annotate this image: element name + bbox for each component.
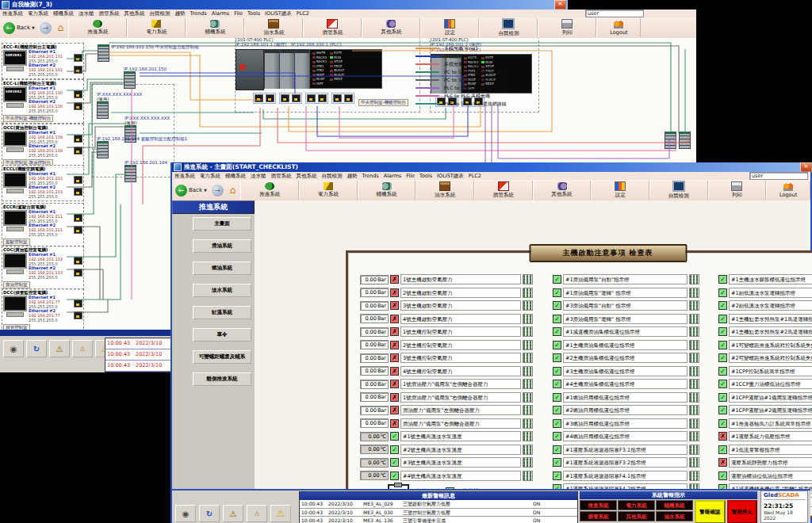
system-warning-button[interactable]: [223, 505, 243, 522]
trend-chart-button[interactable]: [689, 353, 699, 363]
forward-button[interactable]: →: [212, 185, 224, 197]
toolbar-nav-button[interactable]: 電力系統: [127, 18, 186, 37]
logout-button[interactable]: Logout: [766, 181, 810, 200]
menu-item[interactable]: PLC2: [466, 173, 484, 179]
home-icon[interactable]: ⌂: [58, 22, 64, 33]
alarm-reset-button[interactable]: [199, 505, 220, 522]
sidebar-item[interactable]: 艏側推進系統: [193, 372, 251, 386]
trend-chart-button[interactable]: [523, 300, 533, 311]
menu-item[interactable]: Tools: [245, 10, 262, 17]
toolbar-nav-button[interactable]: 推進系統: [240, 181, 299, 200]
back-dropdown-icon[interactable]: ▼: [204, 188, 207, 193]
trend-chart-button[interactable]: [689, 405, 699, 415]
menu-item[interactable]: 損管系統: [97, 10, 122, 17]
trend-chart-button[interactable]: [523, 379, 533, 389]
trend-chart-button[interactable]: [523, 471, 533, 481]
menu-item[interactable]: File: [404, 173, 417, 179]
trend-chart-button[interactable]: [689, 379, 699, 389]
back-dropdown-icon[interactable]: ▼: [32, 25, 35, 30]
menu-item[interactable]: IOLIST總表: [435, 173, 466, 180]
trend-chart-button[interactable]: [689, 366, 699, 376]
toolbar-nav-button[interactable]: 損管系統: [474, 181, 533, 200]
trend-chart-button[interactable]: [523, 405, 533, 415]
alarm-stop-button[interactable]: 警報停止: [727, 500, 758, 523]
menu-item[interactable]: 電力系統: [197, 173, 223, 180]
trend-chart-button[interactable]: [523, 418, 533, 429]
menu-item[interactable]: File: [232, 10, 245, 17]
menu-item[interactable]: 其他系統: [294, 173, 320, 180]
trend-chart-button[interactable]: [689, 457, 699, 468]
logout-button[interactable]: Logout: [596, 18, 641, 37]
forward-button[interactable]: →: [40, 22, 52, 34]
toolbar-nav-button[interactable]: 其他系統: [362, 18, 420, 37]
trend-chart-button[interactable]: [689, 300, 699, 311]
menu-item[interactable]: Alarms: [209, 10, 232, 17]
trend-chart-button[interactable]: [523, 326, 533, 337]
trend-chart-button[interactable]: [523, 340, 533, 350]
menu-item[interactable]: IOLIST總表: [262, 10, 294, 17]
home-icon[interactable]: ⌂: [230, 185, 236, 196]
toolbar-nav-button[interactable]: 輔機系統: [186, 18, 244, 37]
menu-item[interactable]: 其他系統: [122, 10, 147, 17]
trend-chart-button[interactable]: [689, 471, 699, 481]
menu-item[interactable]: 趨勢: [345, 173, 360, 180]
menu-item[interactable]: 趨勢: [173, 10, 188, 17]
toolbar-nav-button[interactable]: 油水系統: [416, 181, 474, 200]
menu-item[interactable]: Trends: [360, 173, 381, 179]
toolbar-nav-button[interactable]: 自我檢測: [649, 181, 708, 200]
mute-button[interactable]: [3, 340, 24, 357]
trend-chart-button[interactable]: [523, 314, 533, 324]
toolbar-nav-button[interactable]: 自我檢測: [479, 18, 538, 37]
report-warning-button[interactable]: [247, 505, 267, 522]
toolbar-nav-button[interactable]: 設定: [420, 18, 479, 37]
front-titlebar[interactable]: 推進系統 - 主畫面(START_CHECKLIST): [172, 162, 812, 172]
trend-chart-button[interactable]: [689, 340, 699, 350]
menu-item[interactable]: 輔機系統: [223, 173, 248, 180]
user-field[interactable]: user: [749, 172, 808, 180]
trend-chart-button[interactable]: [523, 353, 533, 363]
toolbar-nav-button[interactable]: 列印: [708, 181, 767, 200]
back-button[interactable]: ←: [3, 22, 15, 34]
trend-chart-button[interactable]: [523, 392, 533, 403]
alarm-reset-button[interactable]: [26, 340, 47, 357]
user-field[interactable]: user: [585, 10, 644, 17]
close-icon[interactable]: [800, 162, 812, 172]
back-titlebar[interactable]: 自我檢測(7_3): [0, 0, 568, 10]
trend-chart-button[interactable]: [689, 288, 699, 298]
back-button[interactable]: ←: [175, 185, 187, 197]
mute-button[interactable]: [175, 505, 196, 522]
trend-chart-button[interactable]: [523, 457, 533, 468]
sidebar-item[interactable]: 缸溫系統: [193, 306, 251, 319]
trend-chart-button[interactable]: [689, 418, 699, 429]
toolbar-nav-button[interactable]: 其他系統: [533, 181, 592, 200]
sidebar-item[interactable]: 可變螺距螺槳及輔系: [193, 350, 251, 364]
trend-chart-button[interactable]: [523, 431, 533, 441]
system-warning-button[interactable]: [49, 340, 70, 357]
menu-item[interactable]: 推進系統: [172, 173, 197, 180]
trend-chart-button[interactable]: [689, 274, 699, 284]
sidebar-item[interactable]: 滑油系統: [193, 239, 251, 253]
menu-item[interactable]: 推進系統: [0, 10, 25, 17]
toolbar-nav-button[interactable]: 設定: [591, 181, 649, 200]
trend-chart-button[interactable]: [689, 392, 699, 403]
menu-item[interactable]: 淡水艙: [76, 10, 97, 17]
menu-item[interactable]: Trends: [188, 10, 209, 17]
trend-chart-button[interactable]: [689, 326, 699, 337]
menu-item[interactable]: 自我檢測: [147, 10, 173, 17]
menu-item[interactable]: 損管系統: [269, 173, 294, 180]
trend-chart-button[interactable]: [523, 288, 533, 298]
toolbar-nav-button[interactable]: 推進系統: [68, 18, 127, 37]
toolbar-nav-button[interactable]: 電力系統: [299, 181, 358, 200]
menu-item[interactable]: 電力系統: [25, 10, 51, 17]
menu-item[interactable]: 輔機系統: [51, 10, 76, 17]
alarm-ack-button[interactable]: 警報確認: [695, 500, 726, 523]
toolbar-nav-button[interactable]: 損管系統: [303, 18, 362, 37]
toolbar-nav-button[interactable]: 輔機系統: [358, 181, 416, 200]
trend-chart-button[interactable]: [689, 445, 699, 455]
toolbar-nav-button[interactable]: 油水系統: [244, 18, 303, 37]
menu-item[interactable]: 自我檢測: [320, 173, 345, 180]
trend-chart-button[interactable]: [689, 314, 699, 324]
trend-chart-button[interactable]: [523, 274, 533, 284]
sidebar-item[interactable]: 燃油系統: [193, 262, 251, 275]
trend-chart-button[interactable]: [523, 366, 533, 376]
